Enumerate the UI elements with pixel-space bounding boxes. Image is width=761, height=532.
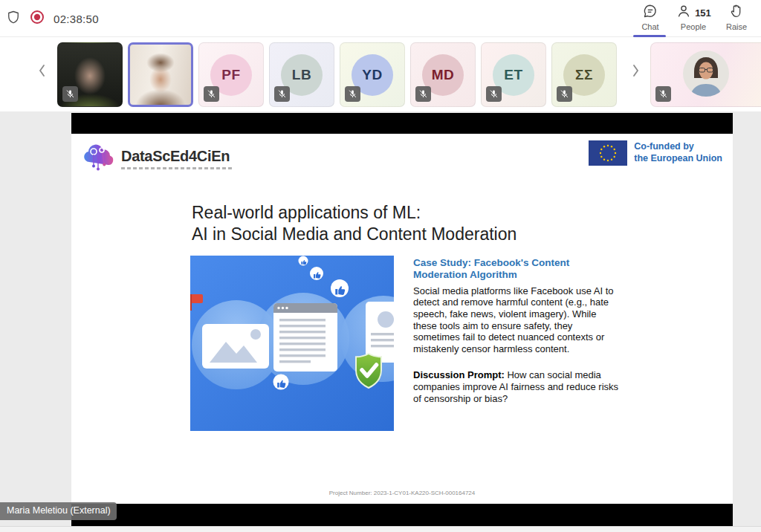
- share-letterbox-bottom: [71, 504, 733, 526]
- eu-cofunding-badge: Co-funded bythe European Union: [589, 140, 722, 166]
- slide-title: Real-world applications of ML: AI in Soc…: [192, 202, 516, 245]
- scroll-left-button[interactable]: [33, 58, 52, 83]
- participant-tile-lb[interactable]: LB: [269, 42, 334, 107]
- case-study-column: Case Study: Facebook's Content Moderatio…: [413, 257, 621, 404]
- mic-off-icon: [655, 86, 671, 102]
- video-tile-active-speaker[interactable]: [128, 42, 193, 107]
- raise-hand-icon: [729, 4, 745, 22]
- logo-tagline: [121, 167, 234, 169]
- chat-label: Chat: [641, 22, 658, 31]
- case-study-body: Social media platforms like Facebook use…: [413, 285, 621, 355]
- security-shield-icon[interactable]: [6, 10, 21, 27]
- mic-off-icon: [415, 86, 431, 102]
- scroll-right-button[interactable]: [626, 58, 645, 83]
- recording-indicator-icon: [30, 10, 45, 27]
- teams-meeting-window: 02:38:50 Chat 151 People: [0, 0, 761, 532]
- mic-off-icon: [486, 86, 502, 102]
- project-number-footer: Project Number: 2023-1-CY01-KA220-SCH-00…: [71, 490, 733, 496]
- shared-content-region[interactable]: DataScEd4CiEn Co-funded: [71, 113, 733, 526]
- people-icon: [676, 3, 692, 22]
- discussion-prompt-label: Discussion Prompt:: [413, 369, 505, 380]
- participant-tile-md[interactable]: MD: [410, 42, 476, 107]
- participant-photo-avatar: [683, 51, 729, 100]
- chat-button[interactable]: Chat: [629, 0, 672, 37]
- participant-tile-sigma[interactable]: ΣΣ: [551, 42, 617, 107]
- presenter-name-tag-text: Maria Meletiou (External): [7, 505, 111, 516]
- participant-tile-pf[interactable]: PF: [198, 42, 264, 107]
- discussion-prompt: Discussion Prompt: How can social media …: [413, 369, 621, 404]
- bottom-edge-strip: [0, 526, 761, 532]
- chat-icon: [642, 3, 658, 22]
- video-tile-participant-1[interactable]: [57, 42, 123, 107]
- participant-strip: PF LB YD MD: [0, 37, 761, 111]
- participant-tile-yd[interactable]: YD: [340, 42, 405, 107]
- content-moderation-illustration: [190, 256, 394, 431]
- top-bar-actions: Chat 151 People Raise: [629, 0, 758, 37]
- presentation-slide: DataScEd4CiEn Co-funded: [71, 134, 733, 504]
- participant-tiles-row: PF LB YD MD: [57, 42, 617, 107]
- raise-label: Raise: [726, 22, 747, 31]
- logo-wordmark: DataScEd4CiEn: [121, 148, 234, 165]
- mic-off-icon: [557, 86, 572, 102]
- case-study-heading: Case Study: Facebook's Content Moderatio…: [413, 257, 621, 281]
- screen-share-stage: DataScEd4CiEn Co-funded: [0, 111, 761, 526]
- mic-off-icon: [204, 86, 219, 102]
- meeting-timer: 02:38:50: [54, 13, 99, 25]
- dcatasced-cloud-logo-icon: [82, 141, 116, 175]
- mic-off-icon: [274, 86, 290, 102]
- people-button[interactable]: 151 People: [672, 0, 715, 37]
- people-count-badge: 151: [695, 7, 711, 19]
- video-tile-pinned-participant[interactable]: [650, 42, 761, 107]
- participant-tile-et[interactable]: ET: [481, 42, 546, 107]
- eu-cofunding-text: Co-funded bythe European Union: [634, 141, 722, 164]
- meeting-top-bar: 02:38:50 Chat 151 People: [0, 0, 761, 37]
- eu-flag-icon: [589, 140, 627, 166]
- mic-off-icon: [62, 86, 78, 102]
- mic-off-icon: [345, 86, 360, 102]
- people-label: People: [681, 22, 706, 31]
- top-bar-left-group: 02:38:50: [6, 0, 99, 37]
- raise-hand-button[interactable]: Raise: [715, 0, 758, 37]
- share-letterbox-top: [71, 113, 733, 134]
- project-logo: DataScEd4CiEn: [82, 141, 234, 175]
